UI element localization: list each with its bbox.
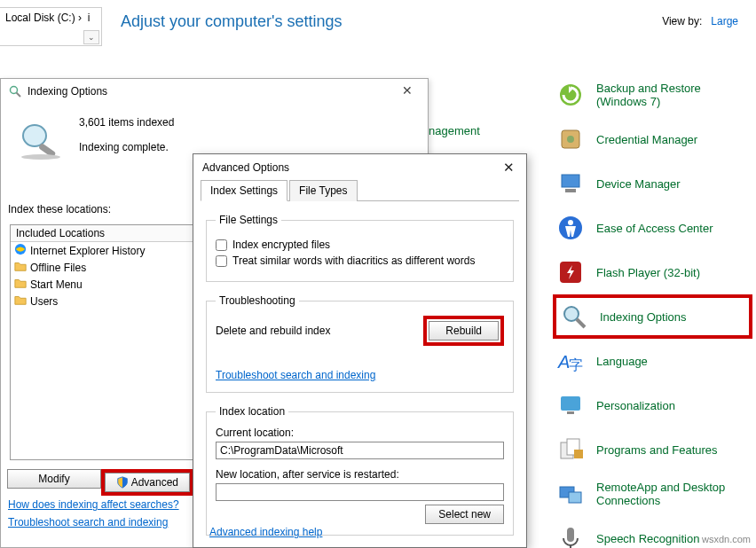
index-icon xyxy=(559,301,589,332)
svg-text:字: 字 xyxy=(569,357,583,372)
diacritics-label: Treat similar words with diacritics as d… xyxy=(232,254,475,267)
location-label: Offline Files xyxy=(30,262,86,274)
advanced-dialog-title: Advanced Options xyxy=(193,154,526,179)
index-location-group: Index location Current location: New loc… xyxy=(206,405,514,536)
breadcrumb-arrow: › xyxy=(78,12,82,24)
delete-rebuild-label: Delete and rebuild index xyxy=(216,325,330,337)
tab-index-settings[interactable]: Index Settings xyxy=(201,180,287,201)
index-icon xyxy=(8,84,22,98)
svg-rect-18 xyxy=(569,492,581,503)
troubleshooting-group: Troubleshooting Delete and rebuild index… xyxy=(206,294,514,393)
control-panel-item-personalization[interactable]: Personalization xyxy=(553,383,752,427)
cp-item-label: RemoteApp and Desktop Connections xyxy=(596,481,752,507)
stray-text: nagement xyxy=(429,124,480,137)
svg-rect-19 xyxy=(567,528,574,542)
troubleshooting-legend: Troubleshooting xyxy=(216,294,299,307)
personalization-icon xyxy=(555,390,586,420)
new-location-input[interactable] xyxy=(216,483,504,501)
speech-icon xyxy=(555,523,586,548)
cp-item-label: Speech Recognition xyxy=(596,532,699,545)
svg-rect-13 xyxy=(567,411,574,414)
svg-line-22 xyxy=(17,93,21,98)
control-panel-item-language[interactable]: A字Language xyxy=(553,339,752,383)
device-icon xyxy=(555,168,586,199)
view-by: View by: Large xyxy=(662,15,738,27)
current-location-input[interactable] xyxy=(216,442,504,459)
diacritics-row[interactable]: Treat similar words with diacritics as d… xyxy=(216,254,504,267)
folder-icon xyxy=(14,277,27,292)
troubleshoot-link[interactable]: Troubleshoot search and indexing xyxy=(8,516,168,528)
index-encrypted-label: Index encrypted files xyxy=(232,239,330,251)
control-panel-item-index[interactable]: Indexing Options xyxy=(553,294,752,339)
index-encrypted-row[interactable]: Index encrypted files xyxy=(216,239,504,251)
select-new-button[interactable]: Select new xyxy=(425,505,504,524)
cp-item-label: Language xyxy=(596,355,648,368)
breadcrumb-bar[interactable]: Local Disk (C:) › i ⌄ xyxy=(0,7,102,46)
location-label: Internet Explorer History xyxy=(30,245,145,257)
new-location-label: New location, after service is restarted… xyxy=(216,468,504,481)
credential-icon xyxy=(555,124,586,154)
svg-point-8 xyxy=(564,307,579,321)
control-panel-item-remote[interactable]: RemoteApp and Desktop Connections xyxy=(553,472,752,516)
items-indexed: 3,601 items indexed xyxy=(79,114,174,130)
control-panel-item-flash[interactable]: Flash Player (32-bit) xyxy=(553,250,752,294)
view-by-value[interactable]: Large xyxy=(711,15,738,27)
how-indexing-link[interactable]: How does indexing affect searches? xyxy=(8,498,179,511)
control-panel-header: Adjust your computer's settings View by:… xyxy=(112,0,756,35)
control-panel-item-programs[interactable]: Programs and Features xyxy=(553,427,752,472)
cp-item-label: Backup and Restore (Windows 7) xyxy=(596,82,752,108)
diacritics-checkbox[interactable] xyxy=(216,255,227,267)
cp-item-label: Personalization xyxy=(596,399,675,412)
index-locations-label: Index these locations: xyxy=(8,203,111,215)
svg-point-23 xyxy=(23,125,46,146)
svg-line-9 xyxy=(577,319,585,327)
tab-file-types[interactable]: File Types xyxy=(289,180,357,201)
indexing-complete: Indexing complete. xyxy=(79,139,174,155)
flash-icon xyxy=(555,257,586,287)
control-panel-items: Backup and Restore (Windows 7)Credential… xyxy=(553,73,752,548)
indexing-dialog-titlebar[interactable]: Indexing Options ✕ xyxy=(1,79,428,104)
folder-icon xyxy=(14,294,27,309)
programs-icon xyxy=(555,434,586,465)
svg-rect-16 xyxy=(574,450,583,458)
rebuild-button-highlight: Rebuild xyxy=(423,316,504,346)
indexing-help-links: How does indexing affect searches? Troub… xyxy=(8,496,179,531)
control-panel-item-device[interactable]: Device Manager xyxy=(553,161,752,206)
language-icon: A字 xyxy=(555,346,586,376)
cp-item-label: Indexing Options xyxy=(600,310,687,324)
cp-item-label: Device Manager xyxy=(596,177,681,191)
control-panel-item-ease[interactable]: Ease of Access Center xyxy=(553,206,752,250)
ie-icon xyxy=(14,243,27,258)
cp-item-label: Flash Player (32-bit) xyxy=(596,266,700,279)
rebuild-button[interactable]: Rebuild xyxy=(429,321,499,341)
breadcrumb-dropdown-icon[interactable]: ⌄ xyxy=(83,30,99,44)
advanced-close-button[interactable]: ✕ xyxy=(496,160,521,177)
location-label: Users xyxy=(30,295,58,308)
file-settings-group: File Settings Index encrypted files Trea… xyxy=(206,214,514,282)
current-location-label: Current location: xyxy=(216,427,504,439)
cp-item-label: Programs and Features xyxy=(596,443,718,457)
file-settings-legend: File Settings xyxy=(216,214,281,226)
index-location-legend: Index location xyxy=(216,405,288,418)
breadcrumb-label: Local Disk (C:) xyxy=(5,12,75,24)
advanced-indexing-help-link[interactable]: Advanced indexing help xyxy=(209,526,322,538)
index-encrypted-checkbox[interactable] xyxy=(216,239,227,251)
modify-button[interactable]: Modify xyxy=(7,469,101,489)
backup-icon xyxy=(555,80,586,110)
svg-point-21 xyxy=(11,87,18,94)
magnifier-icon xyxy=(17,121,65,160)
location-label: Start Menu xyxy=(30,278,83,291)
svg-point-25 xyxy=(21,154,60,160)
troubleshoot-search-link[interactable]: Troubleshoot search and indexing xyxy=(216,369,375,381)
indexing-status: 3,601 items indexed Indexing complete. xyxy=(79,114,174,155)
advanced-button-highlight: Advanced xyxy=(101,469,193,496)
remote-icon xyxy=(555,479,586,509)
svg-point-2 xyxy=(567,136,574,143)
page-title: Adjust your computer's settings xyxy=(121,12,343,31)
advanced-button[interactable]: Advanced xyxy=(105,473,190,492)
control-panel-item-credential[interactable]: Credential Manager xyxy=(553,117,752,161)
advanced-options-dialog: Advanced Options ✕ Index Settings File T… xyxy=(193,153,527,548)
control-panel-item-backup[interactable]: Backup and Restore (Windows 7) xyxy=(553,73,752,117)
folder-icon xyxy=(14,260,27,275)
indexing-close-button[interactable]: ✕ xyxy=(394,82,421,100)
